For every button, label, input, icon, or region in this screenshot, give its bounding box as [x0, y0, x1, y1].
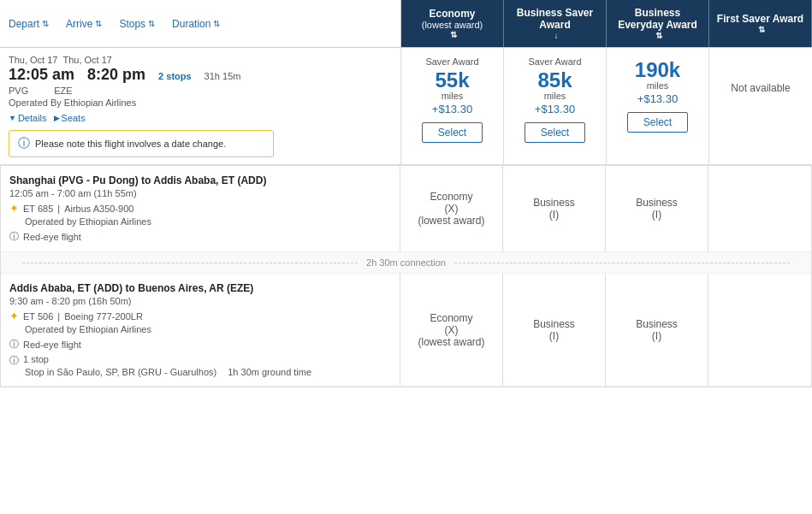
seg2-bizsaver-cell: Business (I) [503, 274, 606, 386]
seats-button[interactable]: Seats [54, 113, 86, 123]
arrive-date: Thu, Oct 17 [62, 55, 111, 65]
star-alliance-icon: ✦ [9, 202, 19, 215]
col-economy: Economy (lowest award) ⇅ [401, 0, 504, 47]
segment-2-operated: Operated by Ethiopian Airlines [25, 324, 391, 334]
seg1-bizsaver-cell: Business (I) [503, 166, 606, 251]
column-header-left: Depart ⇅ Arrive ⇅ Stops ⇅ Duration ⇅ [0, 0, 401, 47]
biz-everyday-miles: 190k [635, 60, 680, 80]
seg2-bizsaver-code: (I) [549, 330, 559, 342]
segment-2-flight: ✦ ET 506 | Boeing 777-200LR [9, 310, 391, 322]
col-business-saver: Business Saver Award ↓ [504, 0, 607, 47]
biz-saver-miles-unit: miles [544, 91, 566, 101]
stop-count: 1 stop [23, 354, 49, 364]
seg2-bizeveryday-class: Business [636, 318, 678, 330]
award-cell-business-saver: Saver Award 85k miles +$13.30 Select [504, 48, 607, 164]
economy-select-button[interactable]: Select [422, 122, 483, 143]
biz-saver-award-type: Saver Award [528, 56, 581, 67]
seg2-firstsaver-cell [708, 274, 811, 386]
stops-badge: 2 stops [158, 71, 192, 81]
details-seats-row: Details Seats [9, 113, 392, 123]
segment-1-flight-num: ET 685 [23, 204, 53, 214]
segment-2-info: Addis Ababa, ET (ADD) to Buenos Aires, A… [1, 274, 400, 386]
economy-miles: 55k [435, 70, 469, 91]
star-alliance-icon-2: ✦ [9, 310, 19, 322]
seg2-bizeveryday-cell: Business (I) [606, 274, 708, 386]
segment-2-award-cells: Economy (X) (lowest award) Business (I) … [400, 274, 811, 386]
info-icon: ⓘ [18, 136, 30, 151]
depart-date: Thu, Oct 17 [9, 55, 57, 65]
biz-everyday-fee: +$13.30 [637, 92, 678, 105]
sort-arrive[interactable]: Arrive ⇅ [66, 18, 102, 30]
biz-saver-select-button[interactable]: Select [525, 122, 585, 143]
first-saver-not-available: Not available [731, 56, 790, 94]
seg1-economy-class: Economy [430, 191, 472, 203]
biz-everyday-select-button[interactable]: Select [627, 112, 688, 133]
segment-row-1: Shanghai (PVG - Pu Dong) to Addis Ababa,… [1, 166, 811, 252]
segment-1-operated: Operated by Ethiopian Airlines [25, 216, 391, 227]
award-cells: Saver Award 55k miles +$13.30 Select Sav… [401, 48, 812, 164]
seg2-bizsaver-class: Business [533, 318, 575, 330]
depart-time: 12:05 am [9, 66, 74, 83]
award-cell-first-saver: Not available [709, 48, 812, 164]
date-change-text: Please note this flight involves a date … [35, 139, 226, 149]
seg1-economy-cell: Economy (X) (lowest award) [400, 166, 503, 251]
depart-time-block: 12:05 am [9, 66, 74, 84]
sort-stops[interactable]: Stops ⇅ [119, 18, 155, 30]
segment-1-aircraft: Airbus A350-900 [64, 204, 133, 214]
arrive-time-block: 8:20 pm [87, 66, 145, 84]
award-header-cols: Economy (lowest award) ⇅ Business Saver … [401, 0, 812, 47]
seg1-firstsaver-cell [708, 166, 811, 251]
biz-saver-fee: +$13.30 [535, 103, 575, 115]
seg1-bizeveryday-cell: Business (I) [606, 166, 708, 251]
segment-2-redeye: ⓘ Red-eye flight [9, 338, 391, 351]
award-cell-economy: Saver Award 55k miles +$13.30 Select [401, 48, 504, 164]
segment-2-aircraft: Boeing 777-200LR [64, 311, 143, 322]
seg2-economy-class: Economy [430, 312, 472, 324]
segment-row-2: Addis Ababa, ET (ADD) to Buenos Aires, A… [1, 274, 811, 387]
sort-depart[interactable]: Depart ⇅ [9, 18, 49, 30]
stop-detail: Stop in São Paulo, SP, BR (GRU - Guarulh… [25, 367, 391, 377]
seg1-bizsaver-code: (I) [549, 209, 559, 221]
award-cell-business-everyday: 190k miles +$13.30 Select [607, 48, 709, 164]
segment-1-flight: ✦ ET 685 | Airbus A350-900 [9, 202, 391, 215]
redeye-icon-2: ⓘ [9, 338, 19, 351]
seg1-bizeveryday-code: (I) [652, 209, 661, 221]
biz-everyday-miles-unit: miles [647, 80, 669, 91]
flight-details: Thu, Oct 17 Thu, Oct 17 12:05 am 8:20 pm… [0, 48, 401, 164]
connection-divider: 2h 30m connection [1, 252, 811, 274]
depart-airport: PVG [9, 86, 28, 96]
segment-2-flight-num: ET 506 [23, 311, 53, 322]
segment-2-time: 9:30 am - 8:20 pm (16h 50m) [9, 296, 391, 306]
economy-fee: +$13.30 [432, 103, 472, 115]
stop-icon: ⓘ [9, 354, 19, 367]
seg1-bizeveryday-class: Business [636, 197, 678, 209]
segment-section-1: Shanghai (PVG - Pu Dong) to Addis Ababa,… [0, 165, 812, 387]
biz-saver-miles: 85k [537, 70, 572, 91]
segment-1-redeye: ⓘ Red-eye flight [9, 230, 391, 243]
segment-2-route: Addis Ababa, ET (ADD) to Buenos Aires, A… [9, 282, 391, 294]
date-change-notice: ⓘ Please note this flight involves a dat… [9, 130, 274, 157]
seg1-bizsaver-class: Business [533, 197, 575, 209]
seg2-economy-code: (X) [445, 324, 459, 336]
redeye-icon-1: ⓘ [9, 230, 19, 243]
economy-award-type: Saver Award [425, 56, 478, 67]
seg2-economy-sub: (lowest award) [418, 336, 484, 348]
details-button[interactable]: Details [9, 113, 47, 123]
segment-1-time: 12:05 am - 7:00 am (11h 55m) [9, 188, 391, 198]
sort-duration[interactable]: Duration ⇅ [172, 18, 220, 30]
economy-miles-unit: miles [442, 91, 464, 101]
connection-label: 2h 30m connection [366, 257, 446, 268]
segment-1-info: Shanghai (PVG - Pu Dong) to Addis Ababa,… [1, 166, 400, 251]
header-row: Depart ⇅ Arrive ⇅ Stops ⇅ Duration ⇅ Eco… [0, 0, 812, 48]
seg1-economy-sub: (lowest award) [418, 215, 484, 227]
col-first-saver: First Saver Award ⇅ [709, 0, 812, 47]
arrive-time: 8:20 pm [87, 66, 145, 83]
segment-1-route: Shanghai (PVG - Pu Dong) to Addis Ababa,… [9, 174, 391, 186]
flight-times: 12:05 am 8:20 pm 2 stops 31h 15m [9, 66, 392, 84]
col-business-everyday: Business Everyday Award ⇅ [607, 0, 709, 47]
flight-row: Thu, Oct 17 Thu, Oct 17 12:05 am 8:20 pm… [0, 48, 812, 165]
arrive-airport: EZE [54, 86, 72, 96]
seg1-economy-code: (X) [445, 203, 459, 215]
duration-val: 31h 15m [204, 71, 241, 81]
seg2-bizeveryday-code: (I) [652, 330, 661, 342]
